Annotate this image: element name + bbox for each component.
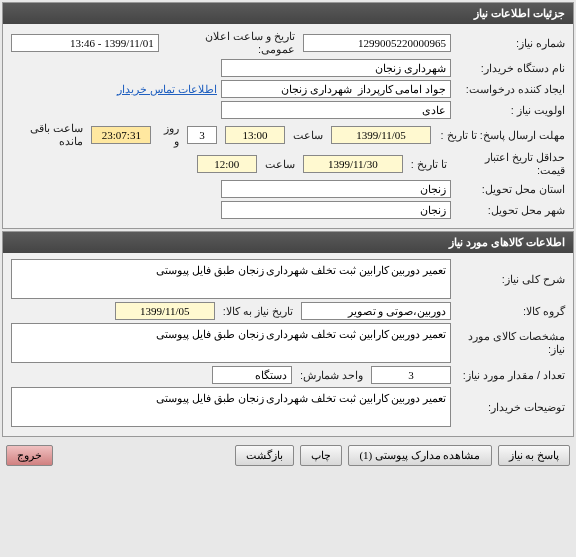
announce-field[interactable] — [11, 34, 159, 52]
unit-label: واحد شمارش: — [296, 369, 367, 382]
credit-time-label: ساعت — [261, 158, 299, 171]
need-to-date-label: تاریخ نیاز به کالا: — [219, 305, 297, 318]
priority-label: اولویت نیاز : — [455, 104, 565, 117]
buyer-notes-field[interactable] — [11, 387, 451, 427]
general-desc-label: شرح کلی نیاز: — [455, 273, 565, 286]
goods-spec-field[interactable] — [11, 323, 451, 363]
general-desc-field[interactable] — [11, 259, 451, 299]
view-attachments-button[interactable]: مشاهده مدارک پیوستی (1) — [348, 445, 491, 466]
need-details-header: جزئیات اطلاعات نیاز — [3, 3, 573, 24]
need-number-label: شماره نیاز: — [455, 37, 565, 50]
print-button[interactable]: چاپ — [300, 445, 342, 466]
qty-label: تعداد / مقدار مورد نیاز: — [455, 369, 565, 382]
contact-link[interactable]: اطلاعات تماس خریدار — [117, 83, 217, 96]
deadline-time-field[interactable] — [225, 126, 285, 144]
buyer-org-label: نام دستگاه خریدار: — [455, 62, 565, 75]
deadline-label: مهلت ارسال پاسخ: تا تاریخ : — [435, 129, 565, 142]
unit-field[interactable] — [212, 366, 292, 384]
deadline-date-field[interactable] — [331, 126, 431, 144]
qty-field[interactable] — [371, 366, 451, 384]
goods-panel: اطلاعات کالاهای مورد نیاز شرح کلی نیاز: … — [2, 231, 574, 437]
buyer-org-field[interactable] — [221, 59, 451, 77]
credit-time-field[interactable] — [197, 155, 257, 173]
credit-label: حداقل تاریخ اعتبار قیمت: — [455, 151, 565, 177]
announce-label: تاریخ و ساعت اعلان عمومی: — [163, 30, 299, 56]
goods-spec-label: مشخصات کالای مورد نیاز: — [455, 330, 565, 356]
days-remain-field[interactable] — [187, 126, 217, 144]
respond-button[interactable]: پاسخ به نیاز — [498, 445, 571, 466]
goods-group-field[interactable] — [301, 302, 451, 320]
credit-to-label: تا تاریخ : — [407, 158, 451, 171]
need-number-field[interactable] — [303, 34, 451, 52]
priority-field[interactable] — [221, 101, 451, 119]
goods-header: اطلاعات کالاهای مورد نیاز — [3, 232, 573, 253]
countdown-label: ساعت باقی مانده — [11, 122, 87, 148]
delivery-city-field[interactable] — [221, 201, 451, 219]
credit-date-field[interactable] — [303, 155, 403, 173]
requester-label: ایجاد کننده درخواست: — [455, 83, 565, 96]
buyer-notes-label: توضیحات خریدار: — [455, 401, 565, 414]
delivery-province-label: استان محل تحویل: — [455, 183, 565, 196]
need-to-date-field[interactable] — [115, 302, 215, 320]
exit-button[interactable]: خروج — [6, 445, 53, 466]
requester-field[interactable] — [221, 80, 451, 98]
goods-group-label: گروه کالا: — [455, 305, 565, 318]
days-label: روز و — [155, 122, 183, 148]
delivery-city-label: شهر محل تحویل: — [455, 204, 565, 217]
delivery-province-field[interactable] — [221, 180, 451, 198]
button-bar: پاسخ به نیاز مشاهده مدارک پیوستی (1) چاپ… — [0, 439, 576, 472]
deadline-time-label: ساعت — [289, 129, 327, 142]
countdown-field — [91, 126, 151, 144]
need-details-panel: جزئیات اطلاعات نیاز شماره نیاز: تاریخ و … — [2, 2, 574, 229]
back-button[interactable]: بازگشت — [235, 445, 294, 466]
